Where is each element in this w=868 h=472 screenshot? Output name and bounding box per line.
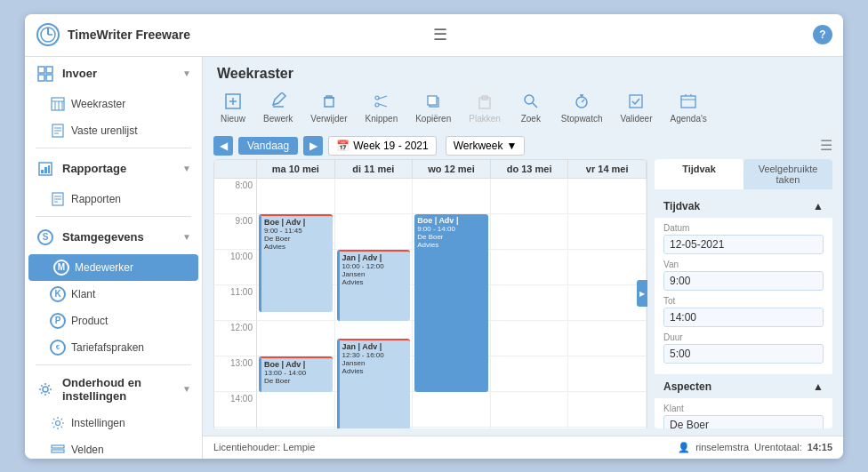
day-cell-1-1[interactable] xyxy=(335,214,414,250)
sidebar-item-rapporten[interactable]: Rapporten xyxy=(25,186,202,212)
sidebar-item-instellingen[interactable]: Instellingen xyxy=(25,410,202,436)
day-cell-3-7[interactable] xyxy=(491,428,569,428)
toolbar: Nieuw Bewerk Verwijder xyxy=(203,82,843,132)
toolbar-btn-plakken[interactable]: Plakken xyxy=(462,87,508,127)
edit-icon xyxy=(268,91,289,112)
day-header-fri: vr 14 mei xyxy=(568,160,647,178)
day-cell-2-6[interactable] xyxy=(413,392,491,428)
day-cell-3-3[interactable] xyxy=(491,285,569,321)
day-cell-3-5[interactable] xyxy=(491,356,569,392)
stopwatch-label: Stopwatch xyxy=(561,114,603,124)
week-view-selector[interactable]: Werkweek ▼ xyxy=(446,136,526,156)
van-value[interactable]: 9:00 xyxy=(663,271,824,291)
event-ev4[interactable]: Boe | Adv |9:00 - 14:00De BoerAdvies xyxy=(414,214,488,392)
tab-tijdvak[interactable]: Tijdvak xyxy=(655,159,743,189)
sidebar-item-velden[interactable]: Velden xyxy=(25,436,202,459)
event-ev2[interactable]: Jan | Adv |10:00 - 12:00JansenAdvies xyxy=(337,250,411,321)
toolbar-btn-verwijder[interactable]: Verwijder xyxy=(303,87,354,127)
day-cell-4-1[interactable] xyxy=(568,214,647,250)
day-cell-4-0[interactable] xyxy=(568,179,647,214)
day-cell-3-0[interactable] xyxy=(491,179,569,214)
event-ev1[interactable]: Boe | Adv |9:00 - 11:45De BoerAdvies xyxy=(259,214,333,312)
day-cell-2-0[interactable]: Boe | Adv |9:00 - 14:00De BoerAdvies xyxy=(413,179,491,214)
day-cell-4-7[interactable] xyxy=(568,428,647,428)
prev-arrow[interactable]: ◀ xyxy=(213,136,233,156)
day-cell-3-1[interactable] xyxy=(491,214,569,250)
content-area: ma 10 mei di 11 mei wo 12 mei do 13 mei … xyxy=(203,159,843,436)
tijdvak-section-header[interactable]: Tijdvak ▲ xyxy=(655,195,832,218)
grid-options-icon[interactable]: ☰ xyxy=(820,137,832,154)
sidebar-item-product[interactable]: P Product xyxy=(25,308,202,334)
sidebar-item-tariefafspraken[interactable]: € Tariefafspraken xyxy=(25,334,202,361)
sidebar-item-vaste-urenlijst[interactable]: Vaste urenlijst xyxy=(25,117,202,144)
sidebar-item-medewerker[interactable]: M Medewerker xyxy=(28,254,198,281)
toolbar-btn-bewerk[interactable]: Bewerk xyxy=(256,87,300,127)
svg-point-25 xyxy=(43,387,48,392)
day-cell-2-7[interactable] xyxy=(413,428,491,428)
rapportage-label: Rapportage xyxy=(62,162,182,175)
today-button[interactable]: Vandaag xyxy=(238,137,298,155)
event-person-ev5: De Boer xyxy=(264,377,330,385)
status-bar: Licentiehouder: Lempie 👤 rinselemstra Ur… xyxy=(203,436,843,459)
day-cell-3-2[interactable] xyxy=(491,250,569,285)
product-label: Product xyxy=(71,315,108,327)
day-cell-0-6[interactable] xyxy=(257,392,335,428)
day-cell-4-6[interactable] xyxy=(568,392,647,428)
day-cell-0-0[interactable]: Boe | Adv |9:00 - 11:45De BoerAdviesBoe … xyxy=(257,179,335,214)
panel-collapse-right[interactable]: ▶ xyxy=(637,280,647,307)
velden-label: Velden xyxy=(71,444,104,456)
datum-value[interactable]: 12-05-2021 xyxy=(663,235,824,254)
rapportage-icon xyxy=(36,159,55,179)
duur-value[interactable]: 5:00 xyxy=(663,344,824,364)
velden-icon xyxy=(50,442,66,458)
sidebar-item-weekraster[interactable]: Weekraster xyxy=(25,91,202,117)
day-cell-4-4[interactable] xyxy=(568,321,647,356)
svg-line-49 xyxy=(582,100,584,102)
week-label: Week 19 - 2021 xyxy=(353,140,429,152)
divider-3 xyxy=(36,364,191,365)
week-selector[interactable]: 📅 Week 19 - 2021 xyxy=(328,136,437,156)
toolbar-btn-valideer[interactable]: Valideer xyxy=(614,87,660,127)
event-ev3[interactable]: Jan | Adv |12:30 - 16:00JansenAdvies xyxy=(337,339,411,428)
tab-veelgebruikte-taken[interactable]: Veelgebruikte taken xyxy=(743,159,832,189)
day-cell-1-0[interactable]: Jan | Adv |10:00 - 12:00JansenAdviesJan … xyxy=(335,179,414,214)
calendar-nav: ◀ Vandaag ▶ 📅 Week 19 - 2021 Werkweek ▼ … xyxy=(203,132,843,159)
toolbar-btn-stopwatch[interactable]: Stopwatch xyxy=(554,87,610,127)
validate-icon xyxy=(625,91,647,112)
app-title: TimeWriter Freeware xyxy=(68,28,433,42)
toolbar-btn-agendas[interactable]: Agenda's xyxy=(663,87,713,127)
day-cell-3-4[interactable] xyxy=(491,321,569,356)
toolbar-btn-nieuw[interactable]: Nieuw xyxy=(213,87,253,127)
day-cell-4-2[interactable] xyxy=(568,250,647,285)
event-person-ev2: Jansen xyxy=(342,270,408,278)
tot-value[interactable]: 14:00 xyxy=(663,308,824,327)
next-arrow[interactable]: ▶ xyxy=(303,136,323,156)
sidebar-section-header-onderhoud[interactable]: Onderhoud en instellingen ▼ xyxy=(25,369,202,410)
sidebar-section-header-rapportage[interactable]: Rapportage ▼ xyxy=(25,152,202,186)
day-cell-4-5[interactable] xyxy=(568,356,647,392)
day-cell-0-7[interactable] xyxy=(257,428,335,428)
toolbar-btn-zoek[interactable]: Zoek xyxy=(511,87,551,127)
sidebar-section-header-invoer[interactable]: Invoer ▼ xyxy=(25,57,202,91)
svg-rect-35 xyxy=(325,98,334,107)
toolbar-btn-kopieren[interactable]: Kopiëren xyxy=(408,87,458,127)
aspecten-section-header[interactable]: Aspecten ▲ xyxy=(655,375,832,398)
event-ev5[interactable]: Boe | Adv |13:00 - 14:00De Boer xyxy=(259,356,333,392)
menu-icon[interactable]: ☰ xyxy=(433,25,447,44)
rapportage-arrow: ▼ xyxy=(182,164,191,173)
onderhoud-icon xyxy=(36,380,55,399)
day-cell-0-4[interactable] xyxy=(257,321,335,356)
klant-field-label: Klant xyxy=(663,404,824,413)
help-button[interactable]: ? xyxy=(813,25,832,44)
day-cell-3-6[interactable] xyxy=(491,392,569,428)
time-slot-12:00: 12:00 xyxy=(214,321,257,356)
day-cell-4-3[interactable] xyxy=(568,285,647,321)
toolbar-btn-knippen[interactable]: Knippen xyxy=(358,87,406,127)
sidebar-section-header-stamgegevens[interactable]: S Stamgegevens ▼ xyxy=(25,220,202,254)
sidebar-item-klant[interactable]: K Klant xyxy=(25,281,202,308)
event-time-ev5: 13:00 - 14:00 xyxy=(264,369,330,377)
day-header-wed: wo 12 mei xyxy=(413,160,491,178)
svg-rect-18 xyxy=(41,170,44,173)
klant-field-value[interactable]: De Boer xyxy=(663,415,824,428)
calendar-header: ma 10 mei di 11 mei wo 12 mei do 13 mei … xyxy=(214,160,647,179)
